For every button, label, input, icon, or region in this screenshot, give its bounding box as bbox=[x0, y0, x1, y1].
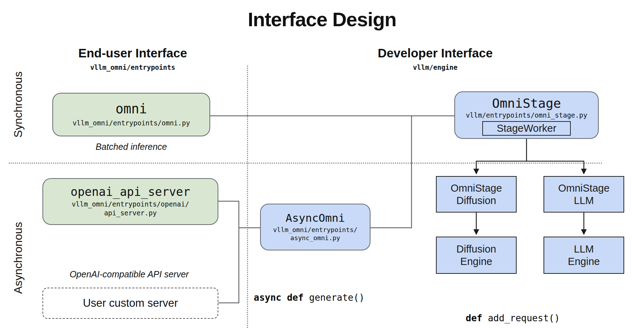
node-openai-path: vllm_omni/entrypoints/openai/api_server.… bbox=[72, 200, 189, 217]
row-label-asynchronous: Asynchronous bbox=[11, 205, 25, 311]
node-diffusion-engine: DiffusionEngine bbox=[436, 237, 517, 274]
node-asyncomni-title: AsyncOmni bbox=[286, 212, 345, 225]
caption-batched-inference: Batched inference bbox=[52, 142, 210, 152]
developer-interface-path: vllm/engine bbox=[347, 63, 524, 71]
node-omni-path: vllm_omni/entrypoints/omni.py bbox=[73, 119, 190, 128]
quadrant-divider-vertical bbox=[247, 66, 248, 328]
node-omnistage-title: OmniStage bbox=[492, 96, 561, 111]
engine-methods-code: def add_request() def abort_request() de… bbox=[466, 283, 571, 328]
end-user-interface-header: End-user Interface vllm_omni/entrypoints bbox=[44, 46, 221, 71]
node-omni-title: omni bbox=[115, 102, 147, 117]
developer-interface-header: Developer Interface vllm/engine bbox=[347, 46, 524, 71]
slide-canvas: Interface Design End-user Interface vllm… bbox=[0, 0, 644, 328]
node-openai-title: openai_api_server bbox=[71, 185, 190, 199]
code-line-generate: async def generate() bbox=[254, 290, 387, 305]
end-user-interface-title: End-user Interface bbox=[44, 46, 221, 60]
node-omnistage-diffusion: OmniStageDiffusion bbox=[436, 176, 517, 213]
asyncomni-methods-code: async def generate() async def abort() +… bbox=[254, 262, 387, 328]
node-stageworker: StageWorker bbox=[482, 121, 571, 136]
node-openai-api-server: openai_api_server vllm_omni/entrypoints/… bbox=[42, 178, 218, 225]
developer-interface-title: Developer Interface bbox=[347, 46, 524, 60]
quadrant-divider-horizontal bbox=[9, 163, 602, 164]
node-omnistage-path: vllm/entrypoints/omni_stage.py bbox=[466, 111, 587, 120]
node-asyncomni-path: vllm_omni/entrypoints/async_omni.py bbox=[273, 226, 357, 243]
code-line-add-request: def add_request() bbox=[466, 311, 571, 325]
node-asyncomni: AsyncOmni vllm_omni/entrypoints/async_om… bbox=[260, 204, 370, 250]
caption-openai-compatible: OpenAI-compatible API server bbox=[39, 269, 219, 279]
page-title: Interface Design bbox=[0, 8, 644, 31]
node-omnistage-llm: OmniStageLLM bbox=[544, 176, 624, 213]
node-omnistage: OmniStage vllm/entrypoints/omni_stage.py… bbox=[454, 91, 599, 139]
end-user-interface-path: vllm_omni/entrypoints bbox=[44, 63, 221, 71]
node-user-custom-server: User custom server bbox=[42, 288, 218, 319]
node-llm-engine: LLMEngine bbox=[544, 237, 624, 274]
node-omni: omni vllm_omni/entrypoints/omni.py bbox=[52, 93, 210, 136]
row-label-synchronous: Synchronous bbox=[11, 51, 25, 158]
